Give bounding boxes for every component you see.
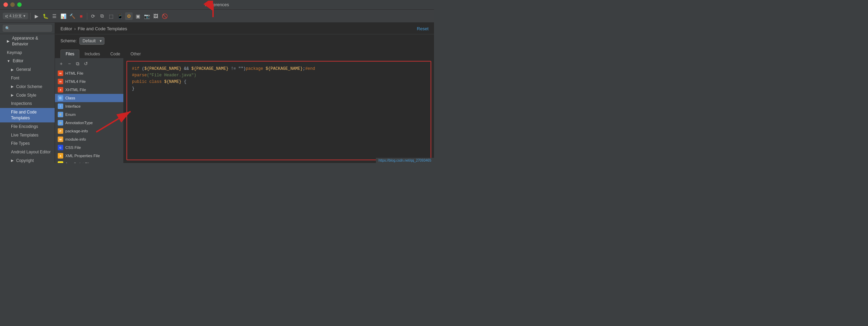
- template-item-xhtml[interactable]: X XHTML File: [55, 86, 123, 94]
- tab-files[interactable]: Files: [60, 50, 79, 58]
- branch-icon: ⑆: [5, 14, 8, 18]
- add-template-button[interactable]: +: [58, 60, 65, 67]
- close-button[interactable]: [3, 2, 8, 7]
- sidebar-item-general[interactable]: General: [0, 65, 55, 74]
- sidebar-item-code-style[interactable]: Code Style: [0, 91, 55, 100]
- breadcrumb-separator: ›: [74, 26, 76, 31]
- template-item-xml-properties[interactable]: X XML Properties File: [55, 152, 123, 160]
- coverage-button[interactable]: ☰: [51, 12, 58, 20]
- sidebar-item-file-code-templates[interactable]: File and Code Templates: [0, 108, 55, 122]
- template-item-annotation[interactable]: @ AnnotationType: [55, 119, 123, 127]
- breadcrumb-current: File and Code Templates: [78, 26, 127, 31]
- sdk-button[interactable]: ⬚: [107, 12, 115, 20]
- template-label: XML Properties File: [65, 154, 100, 158]
- window-title: Preferences: [205, 2, 229, 7]
- template-item-css[interactable]: C CSS File: [55, 143, 123, 152]
- tabs-row: Files Includes Code Other: [55, 47, 434, 58]
- avd-button[interactable]: 📱: [116, 12, 124, 20]
- template-item-class[interactable]: C Class: [55, 94, 123, 102]
- build-button[interactable]: 🔨: [68, 12, 76, 20]
- class-icon: C: [58, 95, 63, 101]
- screenshot-button[interactable]: 🖼: [152, 12, 159, 20]
- device-button[interactable]: 📷: [143, 12, 151, 20]
- sidebar-item-label: Code Style: [16, 93, 36, 98]
- code-line-1: #if (${PACKAGE_NAME} && ${PACKAGE_NAME} …: [132, 66, 426, 72]
- sidebar-item-font[interactable]: Font: [0, 74, 55, 83]
- reset-template-button[interactable]: ↺: [82, 60, 89, 67]
- tab-code[interactable]: Code: [105, 50, 125, 58]
- branch-dropdown-icon: ▾: [23, 14, 25, 18]
- template-label: HTML File: [65, 71, 84, 75]
- sidebar-item-label: Android Layout Editor: [11, 149, 51, 155]
- sidebar-item-editor[interactable]: Editor: [0, 57, 55, 65]
- sidebar-item-android-layout[interactable]: Android Layout Editor: [0, 148, 55, 156]
- stop-button[interactable]: ■: [77, 12, 85, 20]
- template-item-html[interactable]: H HTML File: [55, 69, 123, 77]
- sidebar-item-appearance[interactable]: Appearance & Behavior: [0, 34, 55, 48]
- scheme-row: Scheme: Default Project: [55, 34, 434, 47]
- main-toolbar: ⑆ 4.1分支 ▾ ▶ 🐛 ☰ 📊 🔨 ■ ⟳ ⧉ ⬚ 📱 ⚙ ▣ 📷 🖼 🚫: [0, 10, 434, 23]
- template-label: CSS File: [65, 145, 81, 150]
- run-button[interactable]: ▶: [33, 12, 40, 20]
- tab-code-label: Code: [110, 52, 120, 56]
- expand-icon: [7, 59, 10, 64]
- settings-button[interactable]: ⚙: [125, 12, 133, 20]
- no-button[interactable]: 🚫: [161, 12, 168, 20]
- branch-label: 4.1分支: [9, 13, 22, 19]
- template-label: AnnotationType: [65, 121, 93, 125]
- sidebar-item-keymap[interactable]: Keymap: [0, 48, 55, 57]
- html-icon: H: [58, 70, 63, 76]
- sidebar-item-live-templates[interactable]: Live Templates: [0, 131, 55, 140]
- xml-icon: X: [58, 153, 63, 159]
- debug-button[interactable]: 🐛: [42, 12, 49, 20]
- sidebar-item-label: Color Scheme: [16, 84, 42, 90]
- template-list: + − ⧉ ↺ H HTML File H HTML4 File: [55, 58, 124, 163]
- sidebar-item-label: Editor: [13, 58, 23, 64]
- template-label: JavaScript File: [65, 162, 91, 163]
- scheme-selector[interactable]: Default Project: [79, 37, 104, 45]
- maximize-button[interactable]: [17, 2, 22, 7]
- toolbar-separator-2: [87, 13, 87, 20]
- scheme-label: Scheme:: [60, 39, 77, 43]
- code-line-2: #parse("File Header.java"): [132, 72, 426, 79]
- reset-button[interactable]: Reset: [417, 26, 429, 31]
- remove-template-button[interactable]: −: [66, 60, 73, 67]
- template-label: module-info: [65, 137, 86, 141]
- template-item-package-info[interactable]: P package-info: [55, 127, 123, 135]
- js-icon: J: [58, 161, 63, 163]
- sidebar-item-label: File Types: [11, 141, 30, 146]
- sync-button[interactable]: ⟳: [89, 12, 97, 20]
- profile-button[interactable]: 📊: [59, 12, 67, 20]
- search-input[interactable]: [3, 25, 52, 32]
- expand-icon: [11, 67, 14, 72]
- sidebar-item-file-encodings[interactable]: File Encodings: [0, 122, 55, 131]
- branch-selector[interactable]: ⑆ 4.1分支 ▾: [3, 13, 28, 19]
- sidebar-item-inspections[interactable]: Inspections: [0, 99, 55, 108]
- tab-includes[interactable]: Includes: [79, 50, 105, 58]
- interface-icon: I: [58, 104, 63, 109]
- enum-icon: E: [58, 112, 63, 117]
- expand-icon: [11, 93, 14, 98]
- template-label: Interface: [65, 104, 81, 108]
- template-item-enum[interactable]: E Enum: [55, 110, 123, 119]
- code-editor[interactable]: #if (${PACKAGE_NAME} && ${PACKAGE_NAME} …: [126, 61, 431, 160]
- sidebar-item-file-types[interactable]: File Types: [0, 139, 55, 148]
- template-item-interface[interactable]: I Interface: [55, 102, 123, 110]
- sidebar-item-label: Appearance & Behavior: [12, 35, 52, 47]
- copy-template-button[interactable]: ⧉: [74, 60, 81, 67]
- template-item-javascript[interactable]: J JavaScript File: [55, 160, 123, 163]
- breadcrumb: Editor › File and Code Templates: [60, 26, 127, 31]
- sidebar-item-color-scheme[interactable]: Color Scheme: [0, 83, 55, 91]
- layout-button[interactable]: ▣: [134, 12, 142, 20]
- tab-includes-label: Includes: [85, 52, 100, 56]
- sidebar-search-area[interactable]: [0, 23, 55, 34]
- sidebar-item-copyright[interactable]: Copyright: [0, 156, 55, 163]
- template-item-module-info[interactable]: M module-info: [55, 135, 123, 143]
- gradle-button[interactable]: ⧉: [98, 12, 106, 20]
- minimize-button[interactable]: [10, 2, 15, 7]
- statusbar-url: https://blog.csdn.net/qq_27093465: [376, 158, 434, 163]
- template-item-html4[interactable]: H HTML4 File: [55, 77, 123, 86]
- tab-other[interactable]: Other: [125, 50, 146, 58]
- scheme-dropdown[interactable]: Default Project: [79, 37, 104, 45]
- expand-icon: [11, 158, 14, 163]
